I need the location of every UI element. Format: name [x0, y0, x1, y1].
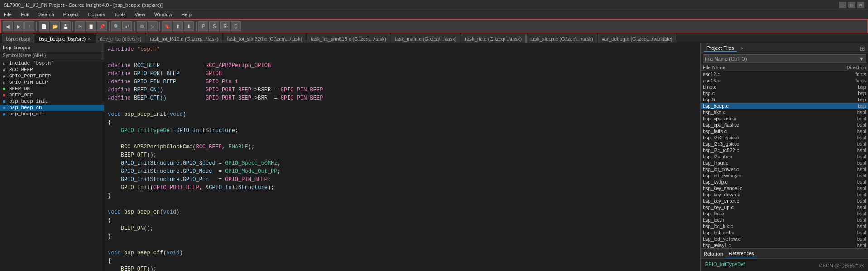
- toolbar-new[interactable]: 📄: [39, 21, 49, 31]
- toolbar-proj[interactable]: P: [198, 21, 208, 31]
- symbol-label: bsp_beep_init: [9, 99, 48, 104]
- tab-var-debug-c[interactable]: var_debug.c (G:\zcq\...\variable): [598, 34, 677, 43]
- pf-item[interactable]: bsp_key_enter.cbspl: [701, 198, 868, 204]
- relation-panel-header: Relation References: [701, 249, 868, 259]
- pf-item[interactable]: bsp_i2c_rc522.cbspl: [701, 147, 868, 153]
- pf-item[interactable]: asc12.cfonts: [701, 71, 868, 77]
- pf-item[interactable]: bsp_i2c2_gpio.cbspl: [701, 134, 868, 141]
- toolbar-sep6: [196, 22, 197, 31]
- pf-item[interactable]: bsp_iot_pwrkey.cbspl: [701, 172, 868, 179]
- tab-close-icon[interactable]: ✕: [87, 37, 91, 41]
- pf-item[interactable]: bsp_relay1.cbspl: [701, 242, 868, 248]
- symbol-bsp-beep-off[interactable]: ■ bsp_beep_off: [0, 111, 104, 117]
- tab-bsp-c[interactable]: bsp.c (bsp): [2, 34, 34, 43]
- project-files-tab[interactable]: Project Files: [704, 45, 737, 52]
- toolbar-bookmark[interactable]: 🔖: [162, 21, 172, 31]
- tab-bsp-beep-c[interactable]: bsp_beep.c (bsp\src) ✕: [35, 34, 95, 43]
- code-editor[interactable]: #include "bsp.h" #define RCC_BEEP RCC_AP…: [104, 43, 700, 271]
- menu-options[interactable]: Options: [86, 12, 107, 17]
- menu-tools[interactable]: Tools: [112, 12, 128, 17]
- tab-task-iot-l610-c[interactable]: task_iot_l610.c (G:\zcq\...\task): [146, 34, 222, 43]
- menu-edit[interactable]: Edit: [19, 12, 31, 17]
- pf-item[interactable]: bsp.hbsp: [701, 96, 868, 103]
- pf-item[interactable]: bsp_i2c3_gpio.cbspl: [701, 141, 868, 147]
- col-file-name: File Name: [703, 65, 839, 70]
- toolbar-next-sym[interactable]: ⬇: [184, 21, 194, 31]
- pf-item[interactable]: bsp_iwdg.cbspl: [701, 179, 868, 185]
- minimize-button[interactable]: —: [839, 2, 846, 8]
- pf-item[interactable]: bsp_lcd_blk.cbspl: [701, 223, 868, 229]
- symbol-bsp-beep-init[interactable]: ■ bsp_beep_init: [0, 98, 104, 105]
- toolbar-back[interactable]: ◀: [3, 21, 13, 31]
- project-files-close[interactable]: ✕: [740, 46, 744, 51]
- pf-item-active[interactable]: bsp_beep.cbsp: [701, 103, 868, 109]
- toolbar-replace[interactable]: ⇄: [122, 21, 132, 31]
- tab-task-iot-slm320-c[interactable]: task_iot_slm320.c (G:\zcq\...\task): [223, 34, 306, 43]
- symbol-bsp-beep-on[interactable]: ■ bsp_beep_on: [0, 105, 104, 111]
- pf-item[interactable]: bsp_bkp.cbspl: [701, 109, 868, 115]
- symbol-gpio-port-beep[interactable]: # GPIO_PORT_BEEP: [0, 73, 104, 79]
- green-icon: ■: [3, 86, 7, 91]
- menu-window[interactable]: Window: [153, 12, 174, 17]
- pf-item[interactable]: bsp_key_down.cbspl: [701, 191, 868, 198]
- pf-item[interactable]: bsp_led_red.cbspl: [701, 229, 868, 236]
- toolbar-run[interactable]: ▷: [148, 21, 158, 31]
- pf-item[interactable]: bsp_lcd.cbspl: [701, 210, 868, 217]
- toolbar-sep3: [109, 22, 110, 31]
- pf-item[interactable]: asc16.cfonts: [701, 77, 868, 84]
- toolbar-dbg[interactable]: D: [231, 21, 241, 31]
- menu-bar: File Edit Search Project Options Tools V…: [0, 10, 868, 19]
- tab-task-iot-srm815-c[interactable]: task_iot_srm815.c (G:\zcq\...\task): [307, 34, 390, 43]
- symbol-beep-off[interactable]: ■ BEEP_OFF: [0, 92, 104, 98]
- expand-icon[interactable]: ⊞: [860, 45, 865, 52]
- col-direction: Direction: [839, 65, 866, 70]
- symbol-gpio-pin-beep[interactable]: # GPIO_PIN_BEEP: [0, 79, 104, 86]
- pf-item[interactable]: bsp_cpu_adc.cbspl: [701, 115, 868, 122]
- tab-task-sleep-c[interactable]: task_sleep.c (G:\zcq\...\task): [526, 34, 597, 43]
- red-icon: ■: [3, 93, 7, 97]
- references-tab[interactable]: References: [726, 250, 757, 257]
- toolbar-ref[interactable]: R: [220, 21, 230, 31]
- project-files-search[interactable]: File Name (Ctrl+O) ▼: [703, 54, 866, 63]
- toolbar-sym[interactable]: S: [209, 21, 219, 31]
- left-panel-subtitle: Symbol Name (Alt+L): [0, 52, 104, 59]
- toolbar-copy[interactable]: 📋: [86, 21, 96, 31]
- pf-item[interactable]: bsp_led_yellow.cbspl: [701, 236, 868, 242]
- dropdown-icon[interactable]: ▼: [859, 56, 864, 62]
- pf-item[interactable]: bsp_lcd.hbspl: [701, 217, 868, 223]
- toolbar-build[interactable]: ⚙: [137, 21, 147, 31]
- toolbar-paste[interactable]: 📌: [97, 21, 107, 31]
- symbol-rcc-beep[interactable]: # RCC_BEEP: [0, 67, 104, 73]
- menu-file[interactable]: File: [2, 12, 14, 17]
- hash-icon: #: [3, 61, 7, 66]
- pf-item[interactable]: bsp.cbsp: [701, 90, 868, 96]
- pf-item[interactable]: bsp_iot_power.cbspl: [701, 166, 868, 172]
- pf-item[interactable]: bmp.cbsp: [701, 84, 868, 90]
- relation-title: Relation: [704, 251, 723, 257]
- symbol-beep-on[interactable]: ■ BEEP_ON: [0, 86, 104, 92]
- menu-help[interactable]: Help: [179, 12, 193, 17]
- menu-search[interactable]: Search: [37, 12, 56, 17]
- pf-item[interactable]: bsp_key_cancel.cbspl: [701, 185, 868, 191]
- pf-item[interactable]: bsp_fatfs.cbspl: [701, 128, 868, 134]
- tab-task-main-c[interactable]: task_main.c (G:\zcq\...\task): [391, 34, 460, 43]
- toolbar-cut[interactable]: ✂: [75, 21, 85, 31]
- tab-bar: bsp.c (bsp) bsp_beep.c (bsp\src) ✕ dev_i…: [0, 33, 868, 43]
- close-button[interactable]: ✕: [857, 2, 864, 8]
- menu-project[interactable]: Project: [62, 12, 81, 17]
- tab-task-rtc-c[interactable]: task_rtc.c (G:\zcq\...\task): [461, 34, 526, 43]
- tab-dev-init-c[interactable]: dev_init.c (dev\src): [96, 34, 145, 43]
- pf-item[interactable]: bsp_cpu_flash.cbspl: [701, 122, 868, 128]
- menu-view[interactable]: View: [133, 12, 147, 17]
- toolbar-search[interactable]: 🔍: [111, 21, 121, 31]
- toolbar-up[interactable]: ↑: [24, 21, 34, 31]
- pf-item[interactable]: bsp_input.cbspl: [701, 160, 868, 166]
- pf-item[interactable]: bsp_key_up.cbspl: [701, 204, 868, 210]
- toolbar-prev-sym[interactable]: ⬆: [173, 21, 183, 31]
- pf-item[interactable]: bsp_i2c_rtc.cbspl: [701, 153, 868, 160]
- toolbar-open[interactable]: 📂: [50, 21, 60, 31]
- maximize-button[interactable]: □: [848, 2, 855, 8]
- symbol-include[interactable]: # include "bsp.h": [0, 60, 104, 67]
- toolbar-save[interactable]: 💾: [61, 21, 71, 31]
- toolbar-forward[interactable]: ▶: [14, 21, 24, 31]
